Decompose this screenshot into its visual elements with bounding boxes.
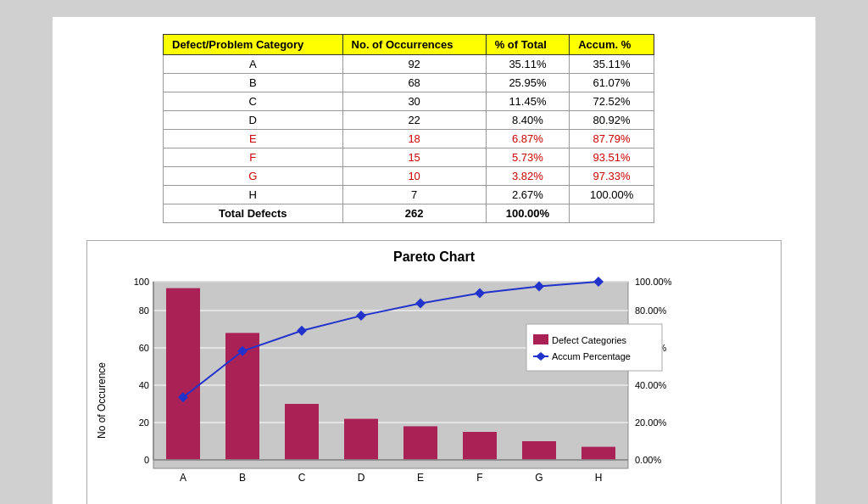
cell-accum: 100.00% <box>570 186 654 204</box>
svg-text:E: E <box>417 472 424 484</box>
table-row: H 7 2.67% 100.00% <box>164 186 654 204</box>
cell-count: 30 <box>342 92 486 111</box>
table-row: F 15 5.73% 93.51% <box>164 148 654 167</box>
cell-count: 92 <box>342 55 486 74</box>
cell-accum: 80.92% <box>570 111 654 130</box>
svg-text:100: 100 <box>134 277 149 287</box>
svg-rect-23 <box>403 426 437 460</box>
main-container: Defect/Problem Category No. of Occurrenc… <box>53 17 815 504</box>
svg-text:G: G <box>535 472 542 484</box>
cell-accum: 72.52% <box>570 92 654 111</box>
svg-text:Accum Percentage: Accum Percentage <box>552 351 631 361</box>
svg-text:H: H <box>595 472 603 484</box>
total-label: Total Defects <box>164 204 343 223</box>
cell-accum: 61.07% <box>570 74 654 92</box>
cell-count: 15 <box>342 148 486 167</box>
defect-table: Defect/Problem Category No. of Occurrenc… <box>163 34 654 223</box>
col-header-occurrences: No. of Occurrences <box>342 35 486 55</box>
table-row: A 92 35.11% 35.11% <box>164 55 654 74</box>
y-axis-label: No of Occurence <box>96 273 111 504</box>
total-pct: 100.00% <box>486 204 570 223</box>
cell-category: D <box>164 111 343 130</box>
cell-accum: 97.33% <box>570 167 654 186</box>
svg-text:40: 40 <box>139 380 149 390</box>
pareto-chart-container: Pareto Chart No of Occurence 0 <box>86 240 782 504</box>
cell-category: H <box>164 186 343 204</box>
cell-pct: 11.45% <box>486 92 570 111</box>
cell-count: 22 <box>342 111 486 130</box>
total-count: 262 <box>342 204 486 223</box>
cell-accum: 35.11% <box>570 55 654 74</box>
svg-text:0: 0 <box>144 455 149 465</box>
cell-category: B <box>164 74 343 92</box>
svg-text:100.00%: 100.00% <box>635 277 672 287</box>
table-row: C 30 11.45% 72.52% <box>164 92 654 111</box>
cell-pct: 2.67% <box>486 186 570 204</box>
cell-category: E <box>164 130 343 148</box>
table-row: B 68 25.95% 61.07% <box>164 74 654 92</box>
svg-text:D: D <box>358 472 365 484</box>
table-total-row: Total Defects 262 100.00% <box>164 204 654 223</box>
svg-rect-26 <box>581 447 615 460</box>
cell-pct: 3.82% <box>486 167 570 186</box>
svg-text:F: F <box>476 472 482 484</box>
chart-inner: 0 20 40 60 80 100 0.00% 20.00% 40.00% 60… <box>111 273 772 504</box>
svg-text:C: C <box>298 472 306 484</box>
cell-count: 10 <box>342 167 486 186</box>
svg-text:60: 60 <box>139 343 149 353</box>
cell-pct: 6.87% <box>486 130 570 148</box>
svg-text:B: B <box>239 472 246 484</box>
svg-rect-45 <box>526 324 662 371</box>
cell-pct: 5.73% <box>486 148 570 167</box>
cell-accum: 87.79% <box>570 130 654 148</box>
total-accum <box>570 204 654 223</box>
chart-area: No of Occurence 0 20 40 <box>96 273 772 504</box>
svg-rect-46 <box>533 334 548 344</box>
cell-count: 7 <box>342 186 486 204</box>
table-row: E 18 6.87% 87.79% <box>164 130 654 148</box>
cell-pct: 25.95% <box>486 74 570 92</box>
col-header-category: Defect/Problem Category <box>164 35 343 55</box>
svg-text:20: 20 <box>139 417 149 428</box>
svg-text:Defect Categories: Defect Categories <box>552 335 627 345</box>
cell-pct: 35.11% <box>486 55 570 74</box>
svg-text:A: A <box>180 472 186 484</box>
cell-category: A <box>164 55 343 74</box>
svg-rect-19 <box>166 288 200 460</box>
svg-text:0.00%: 0.00% <box>635 455 661 465</box>
cell-count: 18 <box>342 130 486 148</box>
col-header-accum: Accum. % <box>570 35 654 55</box>
chart-svg: 0 20 40 60 80 100 0.00% 20.00% 40.00% 60… <box>111 273 704 504</box>
table-row: G 10 3.82% 97.33% <box>164 167 654 186</box>
table-row: D 22 8.40% 80.92% <box>164 111 654 130</box>
cell-accum: 93.51% <box>570 148 654 167</box>
svg-rect-25 <box>522 441 556 460</box>
svg-rect-21 <box>285 404 319 460</box>
svg-text:40.00%: 40.00% <box>635 380 667 390</box>
svg-text:80.00%: 80.00% <box>635 305 667 316</box>
chart-title: Pareto Chart <box>96 249 772 265</box>
cell-category: C <box>164 92 343 111</box>
col-header-pct: % of Total <box>486 35 570 55</box>
cell-count: 68 <box>342 74 486 92</box>
cell-category: G <box>164 167 343 186</box>
cell-category: F <box>164 148 343 167</box>
svg-rect-22 <box>344 419 378 460</box>
svg-text:80: 80 <box>139 305 149 316</box>
svg-text:20.00%: 20.00% <box>635 417 667 428</box>
svg-rect-24 <box>463 432 497 460</box>
cell-pct: 8.40% <box>486 111 570 130</box>
